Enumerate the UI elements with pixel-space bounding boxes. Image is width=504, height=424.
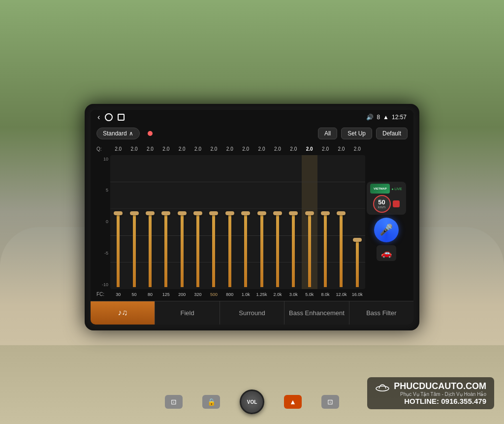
eq-band-5[interactable] [174, 155, 190, 289]
eq-band-11[interactable] [270, 155, 285, 289]
logo-car-icon [375, 382, 390, 391]
eq-band-6[interactable] [190, 155, 206, 289]
hazard-button[interactable]: ▲ [284, 395, 302, 409]
toolbar: Standard ∧ All Set Up Default [91, 125, 413, 142]
fc-row: FC: 30 50 80 125 200 320 500 800 1.0k 1.… [96, 290, 365, 299]
eq-band-10[interactable] [253, 155, 269, 289]
scale-0: 0 [96, 220, 110, 224]
mic-icon: 🎤 [379, 224, 393, 236]
eq-controls: Q: 2.0 2.0 2.0 2.0 2.0 2.0 2.0 2.0 2.0 2… [96, 144, 365, 299]
eq-band-12[interactable] [285, 155, 301, 289]
default-button[interactable]: Default [376, 128, 408, 139]
car-settings-button[interactable]: 🚗 [377, 245, 396, 261]
mic-button[interactable]: 🎤 [374, 218, 399, 242]
fc-800: 800 [224, 292, 236, 297]
fc-16k: 16.0k [351, 292, 363, 297]
q-label: Q: [96, 146, 110, 152]
lock-button[interactable]: 🔒 [202, 395, 220, 409]
volume-icon: 🔊 [366, 114, 374, 121]
tab-bass-filter-label: Bass Filter [366, 309, 396, 317]
vietmap-header: VIETMAP ● LIVE [370, 184, 402, 194]
q-val-15: 2.0 [335, 146, 347, 152]
watermark-tagline: Phục Vụ Tận Tâm - Dịch Vụ Hoàn Hảo [375, 391, 486, 397]
fc-30: 30 [112, 292, 124, 297]
tab-surround-label: Surround [239, 309, 265, 317]
q-val-10: 2.0 [256, 146, 268, 152]
recents-icon[interactable] [118, 114, 125, 121]
q-row: Q: 2.0 2.0 2.0 2.0 2.0 2.0 2.0 2.0 2.0 2… [96, 144, 365, 154]
q-val-6: 2.0 [192, 146, 204, 152]
fc-label: FC: [96, 292, 110, 297]
q-val-9: 2.0 [240, 146, 252, 152]
q-val-3: 2.0 [144, 146, 156, 152]
preset-label: Standard [103, 130, 127, 137]
eq-band-16[interactable] [349, 155, 365, 289]
tab-bass-enhancement[interactable]: Bass Enhancement [284, 301, 349, 325]
tab-surround[interactable]: Surround [220, 301, 284, 325]
fc-80: 80 [144, 292, 156, 297]
q-values: 2.0 2.0 2.0 2.0 2.0 2.0 2.0 2.0 2.0 2.0 … [110, 146, 365, 152]
bottom-tabs: ♪♫ Field Surround Bass Enhancement Bass … [91, 301, 413, 325]
car-icon: 🚗 [381, 248, 392, 259]
eq-band-1[interactable] [110, 155, 126, 289]
dropdown-arrow: ∧ [129, 130, 133, 137]
home-icon[interactable] [105, 113, 113, 121]
scale-minus5: -5 [96, 251, 110, 256]
eq-band-2[interactable] [126, 155, 142, 289]
fc-values: 30 50 80 125 200 320 500 800 1.0k 1.25k … [110, 292, 365, 297]
scale-10: 10 [96, 157, 110, 162]
watermark-hotline: HOTLINE: 0916.355.479 [375, 397, 486, 405]
q-val-13: 2.0 [304, 146, 315, 152]
eq-band-8[interactable] [222, 155, 238, 289]
eq-band-9[interactable] [238, 155, 253, 289]
dashboard-controls: ⊡ 🔒 VOL ▲ ⊡ [165, 390, 339, 414]
q-val-16: 2.0 [351, 146, 363, 152]
q-val-5: 2.0 [176, 146, 188, 152]
fc-125: 125 [160, 292, 172, 297]
fc-320: 320 [192, 292, 204, 297]
fc-5k: 5.0k [304, 292, 315, 297]
sliders-area [110, 155, 365, 289]
tab-field[interactable]: Field [155, 301, 220, 325]
setup-button[interactable]: Set Up [341, 128, 372, 139]
eq-band-14[interactable] [317, 155, 333, 289]
eq-area: Q: 2.0 2.0 2.0 2.0 2.0 2.0 2.0 2.0 2.0 2… [91, 142, 413, 301]
speed-unit: km/h [378, 205, 385, 209]
hotline-number: 0916.355.479 [441, 397, 486, 405]
eq-band-7[interactable] [206, 155, 221, 289]
svg-point-0 [376, 386, 389, 391]
q-val-11: 2.0 [272, 146, 284, 152]
eq-band-3[interactable] [142, 155, 158, 289]
q-val-8: 2.0 [224, 146, 236, 152]
clock: 12:57 [392, 114, 407, 121]
fc-8k: 8.0k [319, 292, 331, 297]
right-control-button[interactable]: ⊡ [321, 395, 339, 409]
status-left: ‹ [97, 113, 125, 122]
speed-value: 50 [378, 199, 385, 205]
fc-12k: 12.0k [335, 292, 347, 297]
main-screen: ‹ 🔊 8 ▲ 12:57 Standard ∧ [91, 110, 413, 325]
equalizer-icon: ♪♫ [118, 308, 127, 317]
eq-sliders-wrapper: 10 5 0 -5 -10 [96, 155, 365, 289]
all-button[interactable]: All [318, 128, 337, 139]
speed-display: 50 km/h [373, 195, 391, 213]
eq-band-15[interactable] [333, 155, 349, 289]
q-val-12: 2.0 [287, 146, 299, 152]
tab-eq[interactable]: ♪♫ [91, 301, 155, 325]
preset-dropdown[interactable]: Standard ∧ [96, 128, 140, 139]
eq-right-panel: VIETMAP ● LIVE 50 km/h [365, 144, 407, 299]
scale-5: 5 [96, 188, 110, 193]
screen-container: ‹ 🔊 8 ▲ 12:57 Standard ∧ [85, 104, 419, 330]
q-val-1: 2.0 [112, 146, 124, 152]
volume-knob[interactable]: VOL [240, 390, 264, 414]
record-button[interactable] [393, 200, 400, 207]
vietmap-widget: VIETMAP ● LIVE 50 km/h [367, 182, 406, 215]
fc-500: 500 [208, 292, 220, 297]
eq-band-13[interactable] [302, 155, 317, 289]
q-val-14: 2.0 [319, 146, 331, 152]
tab-bass-filter[interactable]: Bass Filter [349, 301, 413, 325]
eq-scale: 10 5 0 -5 -10 [96, 155, 110, 289]
back-button[interactable]: ‹ [97, 113, 100, 122]
eq-band-4[interactable] [158, 155, 174, 289]
left-control-button[interactable]: ⊡ [165, 395, 183, 409]
